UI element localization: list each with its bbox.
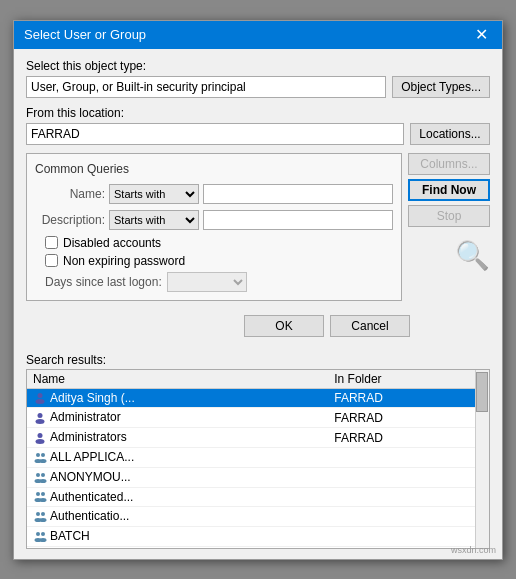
non-expiring-row: Non expiring password <box>45 254 393 268</box>
days-select[interactable] <box>167 272 247 292</box>
object-type-row: Object Types... <box>26 76 490 98</box>
dialog-body: Select this object type: Object Types...… <box>14 49 502 353</box>
results-table-wrapper[interactable]: Name In Folder Aditya Singh (... FARRAD … <box>26 369 490 549</box>
cell-folder: FARRAD <box>328 428 489 448</box>
name-query-label: Name: <box>35 187 105 201</box>
svg-point-1 <box>36 399 45 404</box>
location-input[interactable] <box>26 123 404 145</box>
svg-point-13 <box>40 479 47 483</box>
scrollbar-track[interactable] <box>475 370 489 548</box>
svg-point-3 <box>36 419 45 424</box>
search-results-section: Search results: Name In Folder Aditya Si… <box>14 353 502 559</box>
cell-name: Aditya Singh (... <box>27 388 328 408</box>
description-query-row: Description: Starts with Is Contains <box>35 210 393 230</box>
table-row[interactable]: Authenticatio... <box>27 507 489 527</box>
scrollbar-thumb[interactable] <box>476 372 488 412</box>
common-queries-box: Common Queries Name: Starts with Is Cont… <box>26 153 402 301</box>
name-query-row: Name: Starts with Is Contains <box>35 184 393 204</box>
cell-folder <box>328 487 489 507</box>
location-row: Locations... <box>26 123 490 145</box>
ok-cancel-row: OK Cancel <box>26 309 410 343</box>
search-icon: 🔍 <box>455 239 490 272</box>
cancel-button[interactable]: Cancel <box>330 315 410 337</box>
close-button[interactable]: ✕ <box>471 27 492 43</box>
description-query-label: Description: <box>35 213 105 227</box>
find-now-button[interactable]: Find Now <box>408 179 490 201</box>
svg-point-22 <box>36 532 40 536</box>
ok-button[interactable]: OK <box>244 315 324 337</box>
svg-point-2 <box>38 413 43 418</box>
locations-button[interactable]: Locations... <box>410 123 490 145</box>
name-filter-select[interactable]: Starts with Is Contains <box>109 184 199 204</box>
table-row[interactable]: CONSOLE L... <box>27 547 489 549</box>
svg-point-23 <box>41 532 45 536</box>
columns-button[interactable]: Columns... <box>408 153 490 175</box>
col-name-header: Name <box>27 370 328 389</box>
cell-folder <box>328 467 489 487</box>
results-table: Name In Folder Aditya Singh (... FARRAD … <box>27 370 489 549</box>
table-row[interactable]: AdministratorsFARRAD <box>27 428 489 448</box>
svg-point-5 <box>36 439 45 444</box>
select-user-group-dialog: Select User or Group ✕ Select this objec… <box>13 20 503 560</box>
svg-point-15 <box>41 492 45 496</box>
disabled-accounts-label: Disabled accounts <box>63 236 161 250</box>
dialog-title: Select User or Group <box>24 27 146 42</box>
disabled-accounts-checkbox[interactable] <box>45 236 58 249</box>
svg-point-4 <box>38 433 43 438</box>
common-queries-title: Common Queries <box>35 162 393 176</box>
search-results-label: Search results: <box>26 353 490 367</box>
svg-point-17 <box>40 498 47 502</box>
name-query-input[interactable] <box>203 184 393 204</box>
right-buttons: Columns... Find Now Stop 🔍 <box>408 153 490 272</box>
stop-button[interactable]: Stop <box>408 205 490 227</box>
non-expiring-label: Non expiring password <box>63 254 185 268</box>
cell-folder <box>328 507 489 527</box>
location-label: From this location: <box>26 106 490 120</box>
cell-name: Administrator <box>27 408 328 428</box>
days-row: Days since last logon: <box>45 272 393 292</box>
table-row[interactable]: ANONYMOU... <box>27 467 489 487</box>
cell-name: Authenticated... <box>27 487 328 507</box>
description-filter-select[interactable]: Starts with Is Contains <box>109 210 199 230</box>
cell-name: CONSOLE L... <box>27 547 328 549</box>
cell-name: ANONYMOU... <box>27 467 328 487</box>
cell-name: Authenticatio... <box>27 507 328 527</box>
table-row[interactable]: BATCH <box>27 527 489 547</box>
description-query-input[interactable] <box>203 210 393 230</box>
object-type-label: Select this object type: <box>26 59 490 73</box>
col-folder-header: In Folder <box>328 370 489 389</box>
table-row[interactable]: ALL APPLICA... <box>27 447 489 467</box>
table-row[interactable]: Authenticated... <box>27 487 489 507</box>
cell-name: ALL APPLICA... <box>27 447 328 467</box>
non-expiring-checkbox[interactable] <box>45 254 58 267</box>
object-types-button[interactable]: Object Types... <box>392 76 490 98</box>
svg-point-19 <box>41 512 45 516</box>
svg-point-9 <box>40 459 47 463</box>
cell-folder: FARRAD <box>328 388 489 408</box>
table-row[interactable]: AdministratorFARRAD <box>27 408 489 428</box>
svg-point-0 <box>38 393 43 398</box>
svg-point-21 <box>40 518 47 522</box>
svg-point-6 <box>36 453 40 457</box>
svg-point-10 <box>36 473 40 477</box>
cell-folder <box>328 447 489 467</box>
svg-point-18 <box>36 512 40 516</box>
svg-point-11 <box>41 473 45 477</box>
cell-name: Administrators <box>27 428 328 448</box>
cell-folder: FARRAD <box>328 408 489 428</box>
svg-point-7 <box>41 453 45 457</box>
cell-name: BATCH <box>27 527 328 547</box>
table-row[interactable]: Aditya Singh (... FARRAD <box>27 388 489 408</box>
object-type-input[interactable] <box>26 76 386 98</box>
svg-point-25 <box>40 538 47 542</box>
days-label: Days since last logon: <box>45 275 162 289</box>
svg-point-14 <box>36 492 40 496</box>
disabled-accounts-row: Disabled accounts <box>45 236 393 250</box>
watermark: wsxdn.com <box>451 545 496 555</box>
title-bar: Select User or Group ✕ <box>14 21 502 49</box>
